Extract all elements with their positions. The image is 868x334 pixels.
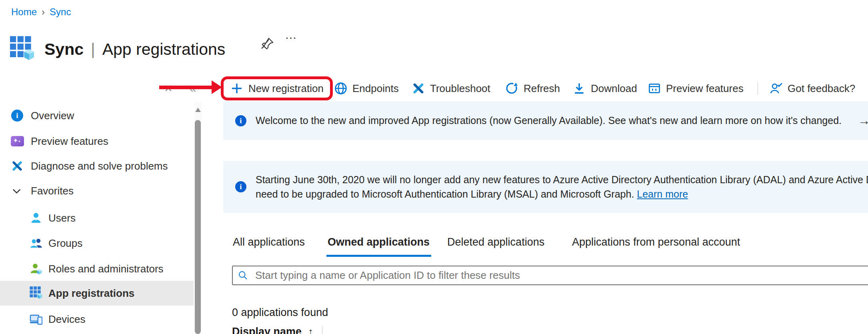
group-icon [29, 236, 43, 250]
sidebar-item-groups[interactable]: Groups [0, 231, 194, 256]
sidebar-item-preview-features[interactable]: Preview features [0, 129, 194, 154]
welcome-banner-text: Welcome to the new and improved App regi… [256, 115, 842, 126]
more-menu-icon[interactable]: … [285, 28, 298, 42]
chevron-down-icon [10, 184, 23, 198]
preview-box-icon [648, 82, 661, 95]
got-feedback-label: Got feedback? [788, 82, 855, 95]
page-title-bar: Sync | App registrations [10, 34, 225, 64]
filter-search-input[interactable] [232, 266, 868, 285]
adal-banner-line2: need to be upgraded to Microsoft Authent… [256, 187, 868, 201]
sidebar: i Overview Preview features [0, 102, 202, 334]
title-separator: | [91, 40, 95, 59]
troubleshoot-button[interactable]: Troubleshoot [412, 77, 490, 100]
sidebar-item-label: Users [48, 212, 76, 224]
search-icon [238, 270, 248, 281]
tab-applications-personal-account[interactable]: Applications from personal account [572, 236, 740, 248]
got-feedback-button[interactable]: Got feedback? [770, 77, 855, 100]
sidebar-item-users[interactable]: Users [0, 206, 194, 230]
tab-owned-applications[interactable]: Owned applications [328, 236, 430, 248]
app-registrations-blade-icon [10, 36, 34, 62]
adal-deprecation-banner: i Starting June 30th, 2020 we will no lo… [223, 161, 868, 213]
sidebar-item-overview[interactable]: i Overview [0, 103, 194, 128]
sidebar-item-label: Preview features [31, 135, 108, 148]
breadcrumb-home-link[interactable]: Home [11, 6, 37, 18]
sparkles-icon [10, 134, 24, 148]
info-icon: i [235, 181, 246, 192]
breadcrumb-sync-link[interactable]: Sync [50, 6, 71, 18]
breadcrumb: Home › Sync [11, 6, 71, 18]
sidebar-item-devices[interactable]: Devices [0, 307, 194, 332]
annotation-arrow-line [159, 86, 213, 89]
user-icon [29, 211, 43, 225]
annotation-arrow-head [212, 80, 222, 94]
preview-features-label: Preview features [666, 82, 744, 95]
sidebar-item-diagnose[interactable]: Diagnose and solve problems [0, 154, 194, 178]
endpoints-label: Endpoints [352, 82, 399, 95]
role-person-cube-icon [29, 262, 43, 276]
banner-forward-arrow-icon[interactable]: → [858, 114, 868, 128]
column-divider [322, 326, 323, 334]
learn-more-link[interactable]: Learn more [637, 188, 688, 200]
sidebar-item-label: Roles and administrators [48, 263, 164, 275]
command-bar: ✕ « New registration Endpoints Troublesh… [0, 77, 868, 100]
sidebar-item-label: Overview [31, 110, 74, 122]
refresh-label: Refresh [524, 82, 560, 95]
tools-icon [412, 82, 425, 95]
tools-icon [10, 159, 24, 173]
tab-deleted-applications[interactable]: Deleted applications [447, 236, 544, 248]
column-header-label: Display name [232, 326, 302, 334]
info-circle-icon: i [10, 109, 24, 122]
page-subtitle: App registrations [102, 40, 226, 59]
devices-icon [29, 312, 43, 326]
info-icon: i [235, 115, 246, 126]
refresh-button[interactable]: Refresh [506, 77, 560, 100]
welcome-info-banner: i Welcome to the new and improved App re… [223, 101, 868, 140]
toolbar-divider [758, 82, 758, 95]
filter-search [232, 266, 868, 285]
app-grid-cube-icon [29, 286, 43, 300]
plus-icon [230, 82, 243, 95]
applications-count: 0 applications found [232, 306, 328, 319]
troubleshoot-label: Troubleshoot [430, 82, 490, 95]
sidebar-group-label: Favorites [31, 185, 74, 197]
sidebar-group-favorites[interactable]: Favorites [0, 178, 194, 203]
tab-all-applications[interactable]: All applications [233, 236, 305, 248]
sidebar-item-roles[interactable]: Roles and administrators [0, 256, 194, 281]
page-title: Sync [44, 40, 84, 59]
breadcrumb-separator: › [42, 6, 45, 18]
sort-ascending-icon: ↑ [308, 326, 313, 334]
sidebar-item-app-registrations[interactable]: App registrations [0, 281, 194, 306]
sidebar-item-label: Devices [48, 313, 85, 326]
app-registrations-page: Home › Sync Sync | App registrations … ✕… [0, 0, 868, 334]
new-registration-button[interactable]: New registration [230, 77, 324, 100]
scrollbar-thumb[interactable] [195, 120, 201, 334]
adal-banner-text: Starting June 30th, 2020 we will no long… [256, 172, 868, 201]
new-registration-label: New registration [248, 82, 324, 95]
adal-banner-line2-text: need to be upgraded to Microsoft Authent… [256, 188, 637, 200]
preview-features-button[interactable]: Preview features [648, 77, 744, 100]
scrollbar-up-arrow-icon[interactable] [195, 108, 201, 112]
refresh-icon [506, 82, 518, 95]
endpoints-button[interactable]: Endpoints [334, 77, 399, 100]
selected-tab-underline [326, 255, 431, 257]
feedback-person-icon [770, 82, 782, 95]
pin-icon[interactable] [260, 37, 274, 51]
sidebar-item-label: App registrations [48, 287, 134, 300]
sidebar-item-label: Groups [48, 237, 82, 250]
sidebar-scrollbar [194, 102, 202, 334]
column-header-display-name[interactable]: Display name ↑ [232, 326, 323, 334]
adal-banner-line1: Starting June 30th, 2020 we will no long… [256, 172, 868, 187]
globe-icon [334, 82, 347, 95]
download-button[interactable]: Download [573, 77, 637, 100]
sidebar-item-label: Diagnose and solve problems [31, 160, 168, 172]
download-icon [573, 82, 586, 95]
download-label: Download [591, 82, 637, 95]
